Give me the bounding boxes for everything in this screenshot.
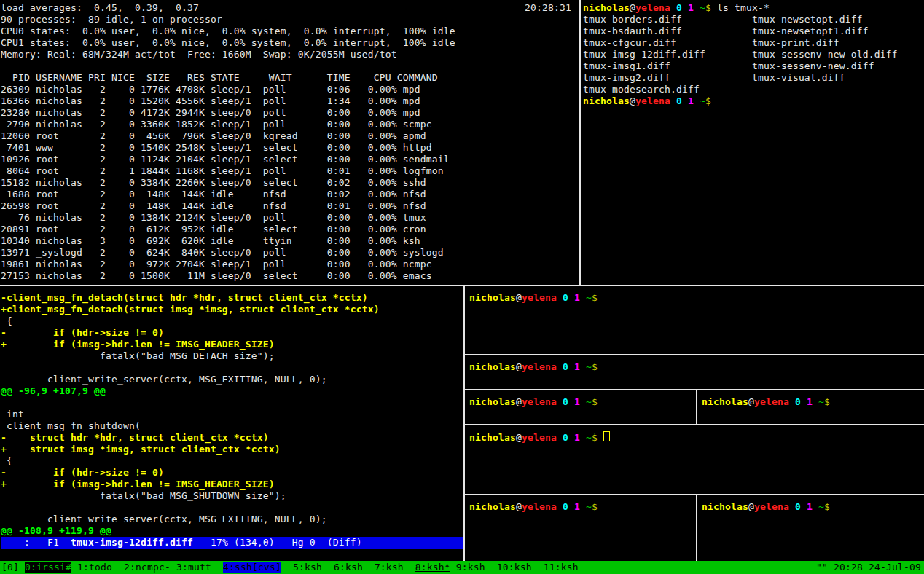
pane-shell-1[interactable]: nicholas@yelena 0 1 ~$ [465, 286, 924, 354]
diff-line [1, 362, 463, 374]
process-row: 76 nicholas 2 0 1384K 2124K sleep/0 poll… [1, 212, 579, 224]
diff-line: @@ -108,9 +119,9 @@ [1, 525, 463, 537]
file-line: tmux-cfgcur.diff tmux-print.diff [583, 37, 924, 49]
pane-emacs-diff[interactable]: -client_msg_fn_detach(struct hdr *hdr, s… [0, 286, 463, 561]
prompt-segment: yelena [522, 432, 557, 443]
prompt-segment: $ [592, 396, 598, 407]
window-item[interactable]: 11:ksh [544, 562, 579, 573]
emacs-modeline: ----:---F1 tmux-imsg-12diff.diff 17% (13… [1, 537, 463, 549]
top-summary: load averages: 0.45, 0.39, 0.3790 proces… [1, 2, 579, 72]
pane-shell-active[interactable]: nicholas@yelena 0 1 ~$ [465, 425, 924, 494]
pane-shell-ls[interactable]: nicholas@yelena 0 1 ~$ ls tmux-* tmux-bo… [581, 0, 924, 285]
window-item[interactable]: 3:mutt [176, 562, 211, 573]
window-item[interactable]: 0:irssi# [25, 562, 71, 573]
prompt-segment [670, 95, 676, 106]
prompt-segment: $ [592, 292, 598, 303]
prompt-segment: $ [705, 95, 711, 106]
prompt-segment: ~ [586, 396, 592, 407]
shell-prompt: nicholas@yelena 0 1 ~$ [583, 95, 711, 106]
prompt-segment: 1 [574, 361, 580, 372]
modeline-filename: tmux-imsg-12diff.diff [71, 537, 193, 548]
process-row: 13971 _syslogd 2 0 624K 840K sleep/0 pol… [1, 247, 579, 259]
diff-line: - struct hdr *hdr, struct client_ctx *cc… [1, 432, 463, 444]
prompt-segment: 1 [688, 2, 694, 13]
diff-line: + if (imsg->hdr.len != IMSG_HEADER_SIZE) [1, 339, 463, 350]
prompt-segment [813, 396, 818, 407]
pane-shell-4[interactable]: nicholas@yelena 0 1 ~$ [697, 390, 924, 424]
separator [211, 562, 223, 573]
modeline-prefix: ----:---F1 [1, 537, 71, 548]
prompt-segment: ~ [586, 292, 592, 303]
prompt-segment: yelena [754, 396, 789, 407]
process-row: 26309 nicholas 2 0 1776K 4708K sleep/1 p… [1, 84, 579, 95]
window-item[interactable]: 5:ksh [293, 562, 322, 573]
top-summary-line: Memory: Real: 68M/324M act/tot Free: 166… [1, 49, 579, 60]
window-item[interactable]: 2:ncmpc- [124, 562, 171, 573]
process-row: 2790 nicholas 2 0 3360K 1852K sleep/1 po… [1, 119, 579, 130]
ls-output: tmux-borders.diff tmux-newsetopt.difftmu… [583, 14, 924, 95]
process-table: 26309 nicholas 2 0 1776K 4708K sleep/1 p… [1, 84, 579, 282]
prompt-segment: 1 [574, 396, 580, 407]
window-item[interactable]: 7:ksh [375, 562, 404, 573]
window-item[interactable]: 8:ksh* [415, 562, 450, 573]
prompt-segment [568, 361, 574, 372]
file-line: tmux-modesearch.diff [583, 84, 924, 95]
prompt-segment [568, 292, 574, 303]
prompt-segment [568, 432, 574, 443]
prompt-segment: nicholas [583, 2, 630, 13]
process-row: 16366 nicholas 2 0 1520K 4556K sleep/1 p… [1, 95, 579, 107]
terminal-screen: 20:28:31 load averages: 0.45, 0.39, 0.37… [0, 0, 924, 574]
prompt-segment: 0 [563, 501, 568, 512]
prompt-segment: 0 [563, 432, 568, 443]
window-item[interactable]: 6:ksh [334, 562, 363, 573]
prompt-segment: nicholas [469, 501, 516, 512]
prompt-segment: yelena [522, 396, 557, 407]
shell-prompt: nicholas@yelena 0 1 ~$ [469, 361, 598, 372]
top-summary-line: CPU0 states: 0.0% user, 0.0% nice, 0.0% … [1, 25, 579, 37]
text-cursor [603, 431, 610, 441]
prompt-segment [580, 432, 586, 443]
file-line: tmux-imsg-12diff.diff tmux-sessenv-new-o… [583, 49, 924, 60]
diff-line: + if (imsg->hdr.len != IMSG_HEADER_SIZE) [1, 479, 463, 490]
process-row: 15182 nicholas 2 0 3384K 2260K sleep/0 s… [1, 177, 579, 189]
top-summary-line: 90 processes: 89 idle, 1 on processor [1, 14, 579, 25]
prompt-segment: ~ [586, 361, 592, 372]
tmux-status-bar: [0] 0:irssi# 1:todo 2:ncmpc- 3:mutt 4:ss… [0, 561, 924, 574]
prompt-segment [580, 361, 586, 372]
separator [485, 562, 497, 573]
pane-top-monitor[interactable]: 20:28:31 load averages: 0.45, 0.39, 0.37… [0, 0, 579, 285]
prompt-segment: ~ [700, 2, 705, 13]
prompt-segment [682, 95, 688, 106]
prompt-segment: ~ [586, 501, 592, 512]
prompt-segment: $ [592, 361, 598, 372]
shell-prompt-line: nicholas@yelena 0 1 ~$ [702, 396, 924, 408]
pane-shell-5[interactable]: nicholas@yelena 0 1 ~$ [465, 495, 696, 561]
prompt-segment: $ [824, 396, 830, 407]
separator [281, 562, 293, 573]
prompt-segment: @ [516, 292, 522, 303]
prompt-segment: yelena [754, 501, 789, 512]
pane-shell-2[interactable]: nicholas@yelena 0 1 ~$ [465, 355, 924, 389]
shell-command-line: nicholas@yelena 0 1 ~$ ls tmux-* [583, 2, 924, 14]
file-line: tmux-borders.diff tmux-newsetopt.diff [583, 14, 924, 25]
shell-prompt-line: nicholas@yelena 0 1 ~$ [469, 292, 924, 304]
file-line: tmux-imsg2.diff tmux-visual.diff [583, 72, 924, 84]
diff-line: - if (hdr->size != 0) [1, 467, 463, 479]
window-item[interactable]: 1:todo [77, 562, 112, 573]
prompt-segment [694, 2, 700, 13]
prompt-segment [580, 501, 586, 512]
prompt-segment: 0 [676, 2, 682, 13]
diff-line [1, 502, 463, 514]
prompt-segment: yelena [635, 95, 670, 106]
prompt-segment: nicholas [702, 501, 748, 512]
pane-shell-3[interactable]: nicholas@yelena 0 1 ~$ [465, 390, 696, 424]
prompt-segment: nicholas [469, 396, 516, 407]
prompt-segment: 1 [574, 501, 580, 512]
window-item[interactable]: 9:ksh [456, 562, 485, 573]
window-item[interactable]: 10:ksh [497, 562, 532, 573]
window-item[interactable]: 4:ssh[cvs] [223, 562, 281, 573]
prompt-segment: nicholas [583, 95, 630, 106]
prompt-segment [580, 396, 586, 407]
pane-shell-6[interactable]: nicholas@yelena 0 1 ~$ [697, 495, 924, 561]
process-row: 23280 nicholas 2 0 4172K 2944K sleep/0 p… [1, 107, 579, 119]
